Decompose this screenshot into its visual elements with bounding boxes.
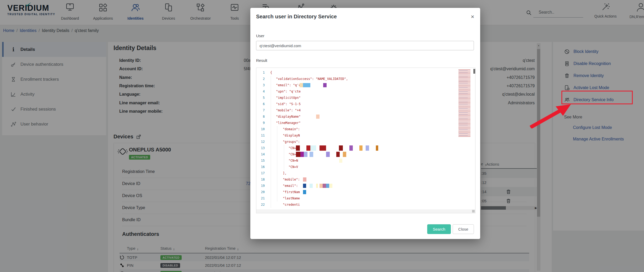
editor-line: 19"email":	[256, 183, 475, 189]
directory-search-modal: Search user in Directory Service ✕ User …	[250, 8, 480, 239]
redaction-block	[323, 83, 327, 87]
editor-line: 3"email": "q'c	[256, 82, 475, 88]
redaction-block	[296, 152, 300, 157]
modal-title: Search user in Directory Service	[256, 14, 337, 20]
redaction-block	[303, 184, 306, 188]
code-fragment: "email":	[283, 183, 298, 189]
redaction-block	[316, 115, 320, 119]
code-fragment: "firstNam	[283, 189, 300, 195]
user-search-input[interactable]	[256, 41, 474, 50]
indent-guide	[271, 76, 271, 208]
editor-line: 4"upn": "q'cte	[256, 88, 475, 95]
line-number: 21	[256, 195, 265, 202]
code-fragment: "lastName	[283, 195, 300, 202]
code-fragment: "sid": "S-1-5	[276, 101, 301, 107]
close-button[interactable]: Close	[453, 224, 474, 234]
modal-close-icon[interactable]: ✕	[471, 14, 474, 20]
line-number: 4	[256, 88, 265, 95]
line-number: 18	[256, 176, 265, 183]
code-fragment: "groups":	[283, 139, 300, 145]
code-fragment: "mobile": "+4	[276, 107, 301, 113]
redaction-block	[320, 184, 323, 188]
code-fragment: "displayN	[283, 132, 300, 139]
editor-line: 18"mobile":	[256, 176, 475, 183]
editor-line: 2"validationSuccess": "NAME_VALIDATED",	[256, 76, 475, 82]
redaction-block	[300, 83, 303, 87]
editor-line: 1{	[256, 69, 475, 76]
search-button[interactable]: Search	[427, 224, 451, 234]
line-number: 16	[256, 164, 265, 170]
redaction-block	[303, 177, 306, 182]
redaction-block	[349, 145, 353, 151]
editor-hscrollbar[interactable]	[256, 209, 475, 213]
line-number: 2	[256, 76, 265, 82]
line-number: 1	[256, 69, 265, 76]
line-number: 10	[256, 126, 265, 132]
line-number: 12	[256, 139, 265, 145]
app-screen: VERIDIUM TRUSTED DIGITAL IDENTITY Dashbo…	[0, 0, 644, 272]
line-number: 5	[256, 95, 265, 101]
code-fragment: ],	[283, 170, 286, 176]
code-fragment: "displayName"	[276, 113, 301, 120]
redaction-block	[306, 145, 310, 151]
editor-line: 12"groups":	[256, 139, 475, 145]
redaction-block	[316, 184, 318, 188]
line-number: 22	[256, 202, 265, 208]
redaction-block	[320, 145, 326, 151]
redaction-block	[304, 152, 307, 157]
line-number: 9	[256, 120, 265, 126]
line-number: 20	[256, 189, 265, 195]
code-fragment: "mobile":	[283, 176, 300, 183]
editor-line: 7"mobile": "+4	[256, 107, 475, 113]
redaction-block	[339, 145, 343, 151]
user-field-label: User	[256, 34, 264, 38]
code-fragment: "upn": "q'cte	[276, 88, 301, 95]
redaction-block	[339, 159, 342, 163]
code-fragment: "credenti	[283, 202, 300, 208]
redaction-block	[326, 152, 330, 157]
redaction-block	[329, 184, 332, 188]
editor-line: 10"domain":	[256, 126, 475, 132]
line-number: 11	[256, 132, 265, 139]
line-number: 7	[256, 107, 265, 113]
redaction-block	[300, 152, 304, 157]
line-number: 19	[256, 183, 265, 189]
indent-guide	[284, 145, 284, 170]
editor-minimap[interactable]	[458, 69, 473, 137]
code-fragment: "CN=V	[289, 164, 298, 170]
code-fragment: {	[270, 69, 272, 76]
code-fragment: "validationSuccess": "NAME_VALIDATED",	[276, 76, 348, 82]
redaction-block	[326, 184, 329, 188]
redaction-block	[336, 152, 340, 157]
editor-line: 5"implicitUpn"	[256, 95, 475, 101]
redaction-block	[310, 145, 316, 151]
editor-line: 15"CN=N	[256, 157, 475, 164]
code-fragment: "lineManager"	[276, 120, 301, 126]
redaction-block	[359, 145, 362, 151]
indent-guide	[277, 126, 277, 202]
editor-line: 17],	[256, 170, 475, 176]
redaction-block	[310, 184, 313, 188]
editor-line: 6"sid": "S-1-5	[256, 101, 475, 107]
editor-line: 8"displayName"	[256, 113, 475, 120]
editor-line: 21"lastName	[256, 195, 475, 202]
editor-vscroll-thumb[interactable]	[473, 69, 475, 74]
editor-line: 16"CN=V	[256, 164, 475, 170]
redaction-block	[366, 145, 369, 151]
result-label: Result	[256, 58, 267, 63]
redaction-block	[303, 83, 310, 87]
editor-line: 20"firstNam	[256, 189, 475, 195]
editor-line: 13"CN=V	[256, 145, 475, 151]
code-fragment: "CN=N	[289, 157, 298, 164]
code-fragment: "email": "q'c	[276, 82, 301, 88]
code-fragment: "domain":	[283, 126, 300, 132]
editor-line: 22"credenti	[256, 202, 475, 208]
redaction-block	[343, 152, 346, 157]
annotation-arrow	[529, 102, 574, 128]
line-number: 6	[256, 101, 265, 107]
json-result-editor[interactable]: 1{2"validationSuccess": "NAME_VALIDATED"…	[256, 68, 475, 213]
editor-line: 11"displayN	[256, 132, 475, 139]
editor-line: 14"CN=D	[256, 151, 475, 157]
line-number: 14	[256, 151, 265, 157]
editor-line: 9"lineManager"	[256, 120, 475, 126]
